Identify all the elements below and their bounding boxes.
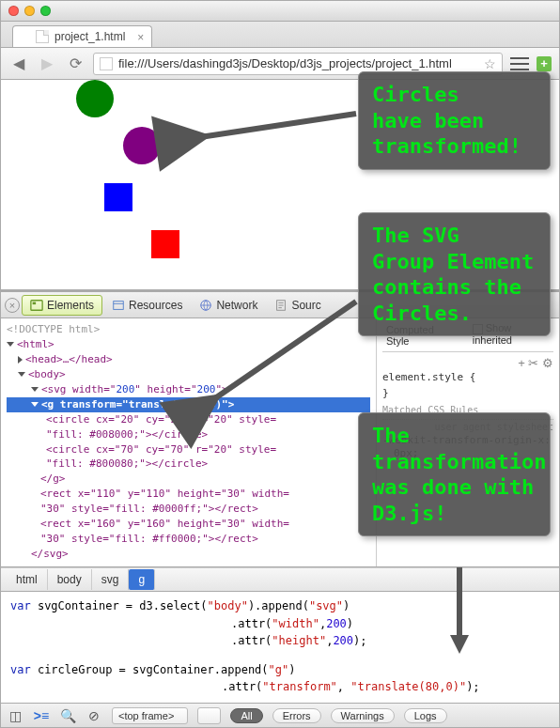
html-tag: <html> <box>17 338 54 350</box>
forward-button[interactable]: ▶ <box>37 54 57 73</box>
crumb-g[interactable]: g <box>129 569 155 590</box>
window-titlebar <box>1 1 559 22</box>
menu-button[interactable] <box>510 56 529 71</box>
style-toolbar: + ✂ ⚙ <box>382 356 553 370</box>
tab-label: Elements <box>47 299 94 312</box>
close-devtools-button[interactable]: × <box>5 298 20 313</box>
crumb-body[interactable]: body <box>48 569 92 590</box>
traffic-lights <box>8 6 51 16</box>
dock-icon[interactable]: ◫ <box>7 708 23 723</box>
dom-tree[interactable]: <!DOCTYPE html> <html> <head>…</head> <b… <box>1 318 377 566</box>
doctype: <!DOCTYPE html> <box>7 322 370 337</box>
dom-breadcrumb: html body svg g <box>1 567 559 592</box>
console-toggle-icon[interactable]: >≡ <box>33 708 50 723</box>
tab-title: project_1.html <box>54 30 125 43</box>
elements-icon <box>30 299 43 312</box>
svg-point-1 <box>123 127 161 164</box>
url-text: file:///Users/dashingd3js/Desktop/d3js_p… <box>118 56 478 70</box>
annotation-3: The transformation was done with D3.js! <box>358 412 551 536</box>
bookmark-star-icon[interactable]: ☆ <box>484 56 496 71</box>
extension-button[interactable]: + <box>537 56 552 71</box>
search-icon[interactable]: 🔍 <box>59 708 76 723</box>
reload-button[interactable]: ⟳ <box>65 54 86 73</box>
tab-strip: project_1.html × <box>1 22 559 48</box>
console-output[interactable]: var svgContainer = d3.select("body").app… <box>1 592 559 703</box>
sources-icon <box>274 299 288 312</box>
network-icon <box>199 299 212 312</box>
tab-label: Resources <box>129 299 182 312</box>
tab-resources[interactable]: Resources <box>104 296 190 315</box>
zoom-window-button[interactable] <box>40 6 51 16</box>
page-icon <box>36 30 49 43</box>
filter-warnings[interactable]: Warnings <box>331 708 395 723</box>
tab-elements[interactable]: Elements <box>22 295 102 316</box>
resources-icon <box>112 299 125 312</box>
back-button[interactable]: ◀ <box>8 54 29 73</box>
svg-point-0 <box>76 80 114 117</box>
svg-rect-6 <box>114 301 124 309</box>
filter-all[interactable]: All <box>230 708 262 723</box>
tab-sources[interactable]: Sourc <box>267 296 328 315</box>
filter-logs[interactable]: Logs <box>404 708 447 723</box>
annotation-1: Circles have been transformed! <box>358 71 551 170</box>
selected-g-element[interactable]: <g transform="translate(80,0)"> <box>7 397 370 412</box>
crumb-svg[interactable]: svg <box>92 569 130 590</box>
svg-rect-4 <box>31 300 42 310</box>
frame-select[interactable]: <top frame> <box>112 707 188 724</box>
svg-rect-5 <box>33 302 37 304</box>
close-tab-icon[interactable]: × <box>137 31 144 44</box>
devtools-statusbar: ◫ >≡ 🔍 ⊘ <top frame> All Errors Warnings… <box>1 703 559 727</box>
filter-errors[interactable]: Errors <box>272 708 321 723</box>
browser-tab[interactable]: project_1.html × <box>12 25 152 47</box>
context-select[interactable] <box>197 707 221 724</box>
page-icon <box>100 57 113 70</box>
minimize-window-button[interactable] <box>24 6 35 16</box>
annotation-2: The SVG Group Element contains the Circl… <box>358 212 551 336</box>
close-window-button[interactable] <box>8 6 19 16</box>
clear-icon[interactable]: ⊘ <box>86 708 102 723</box>
body-tag: <body> <box>28 368 66 380</box>
svg-canvas <box>1 80 189 268</box>
crumb-html[interactable]: html <box>7 569 48 590</box>
tab-network[interactable]: Network <box>192 296 265 315</box>
head-tag: <head>…</head> <box>25 353 113 365</box>
tab-label: Network <box>216 299 257 312</box>
svg-rect-2 <box>104 183 132 211</box>
tab-label: Sourc <box>291 299 320 312</box>
svg-rect-3 <box>151 230 179 258</box>
